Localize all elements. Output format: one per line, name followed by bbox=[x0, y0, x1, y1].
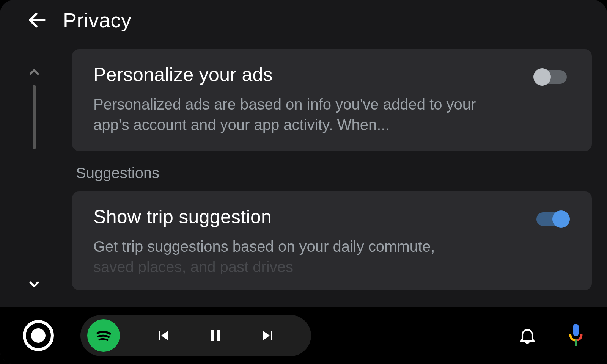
media-controls-pill bbox=[80, 315, 311, 356]
scroll-indicator[interactable] bbox=[0, 49, 68, 307]
scroll-track[interactable] bbox=[33, 85, 36, 149]
bell-icon[interactable] bbox=[517, 326, 537, 345]
chevron-down-icon[interactable] bbox=[27, 277, 42, 292]
setting-title: Personalize your ads bbox=[93, 64, 514, 86]
setting-personalize-ads[interactable]: Personalize your ads Personalized ads ar… bbox=[72, 49, 592, 151]
settings-list: Personalize your ads Personalized ads ar… bbox=[68, 49, 607, 307]
setting-title: Show trip suggestion bbox=[93, 206, 514, 228]
pause-icon[interactable] bbox=[206, 326, 225, 345]
toggle-personalize-ads[interactable] bbox=[533, 67, 571, 87]
chevron-up-icon[interactable] bbox=[27, 64, 42, 80]
setting-description: Personalized ads are based on info you'v… bbox=[93, 94, 514, 135]
page-title: Privacy bbox=[63, 8, 132, 32]
toggle-trip-suggestion[interactable] bbox=[533, 209, 571, 229]
google-mic-icon[interactable] bbox=[568, 324, 584, 347]
bottom-nav-bar bbox=[0, 307, 607, 364]
section-label-suggestions: Suggestions bbox=[76, 165, 592, 182]
spotify-icon[interactable] bbox=[87, 319, 120, 352]
setting-description: Get trip suggestions based on your daily… bbox=[93, 236, 514, 274]
back-arrow-icon[interactable] bbox=[27, 9, 48, 31]
home-circle-icon[interactable] bbox=[23, 320, 54, 351]
content-area: Personalize your ads Personalized ads ar… bbox=[0, 49, 607, 307]
skip-next-icon[interactable] bbox=[259, 326, 277, 345]
skip-previous-icon[interactable] bbox=[154, 326, 172, 345]
header: Privacy bbox=[0, 0, 607, 40]
setting-trip-suggestion[interactable]: Show trip suggestion Get trip suggestion… bbox=[72, 191, 592, 290]
